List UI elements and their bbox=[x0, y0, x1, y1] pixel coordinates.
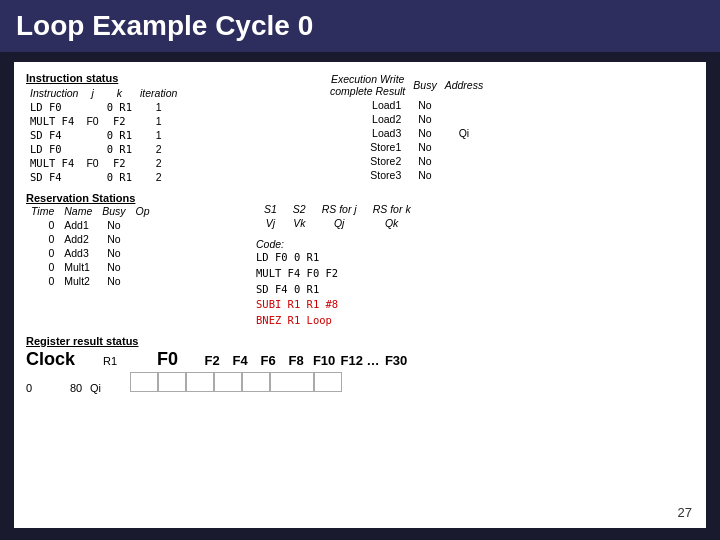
instr-row: MULT F4 F0 F2 2 bbox=[26, 156, 181, 170]
exec-row: Store2 No bbox=[326, 154, 487, 168]
rs-time: 0 bbox=[26, 218, 59, 232]
col-name: Name bbox=[59, 204, 97, 218]
f0-label: F0 bbox=[157, 349, 178, 370]
exec-busy: No bbox=[409, 140, 440, 154]
rs-op bbox=[131, 246, 155, 260]
instr-k: 0 R1 bbox=[103, 128, 136, 142]
exec-unit-name: Load1 bbox=[326, 98, 409, 112]
rs-busy: No bbox=[97, 218, 130, 232]
code-line: BNEZ R1 Loop bbox=[256, 313, 694, 329]
instr-k: 0 R1 bbox=[103, 170, 136, 184]
r1-label: R1 bbox=[103, 355, 117, 367]
code-line: SD F4 0 R1 bbox=[256, 282, 694, 298]
rs-op bbox=[131, 232, 155, 246]
instr-row: LD F0 0 R1 1 bbox=[26, 100, 181, 114]
s1s2-col-header: S1 bbox=[256, 202, 285, 216]
rs-busy: No bbox=[97, 246, 130, 260]
s1s2-col-header: RS for k bbox=[365, 202, 419, 216]
main-content: Instruction status Instruction j k itera… bbox=[14, 62, 706, 528]
instr-j bbox=[82, 142, 102, 156]
code-line: SUBI R1 R1 #8 bbox=[256, 297, 694, 313]
s1s2-col-value: Vj bbox=[256, 216, 285, 230]
exec-unit-name: Load3 bbox=[326, 126, 409, 140]
rs-busy: No bbox=[97, 260, 130, 274]
title-bar: Loop Example Cycle 0 bbox=[0, 0, 720, 52]
instr-iter: 2 bbox=[136, 170, 181, 184]
instr-j bbox=[82, 170, 102, 184]
rs-row: 0 Add1 No bbox=[26, 218, 155, 232]
col-rs-busy: Busy bbox=[97, 204, 130, 218]
instr-iter: 1 bbox=[136, 128, 181, 142]
col-instruction: Instruction bbox=[26, 86, 82, 100]
instr-row: MULT F4 F0 F2 1 bbox=[26, 114, 181, 128]
exec-row: Store1 No bbox=[326, 140, 487, 154]
rs-time: 0 bbox=[26, 246, 59, 260]
rs-op bbox=[131, 218, 155, 232]
exec-row: Load1 No bbox=[326, 98, 487, 112]
instr-k: F2 bbox=[103, 114, 136, 128]
reg-label: F8 bbox=[282, 353, 310, 368]
rs-op bbox=[131, 274, 155, 288]
exec-row: Load2 No bbox=[326, 112, 487, 126]
rs-row: 0 Mult1 No bbox=[26, 260, 155, 274]
instr-row: SD F4 0 R1 2 bbox=[26, 170, 181, 184]
rs-time: 0 bbox=[26, 260, 59, 274]
rs-name: Add2 bbox=[59, 232, 97, 246]
col-exec-complete: Execution Writecomplete Result bbox=[326, 72, 409, 98]
exec-address bbox=[441, 154, 488, 168]
rs-op bbox=[131, 260, 155, 274]
reg-box bbox=[158, 372, 186, 392]
clock-value: 0 bbox=[26, 382, 66, 394]
exec-busy: No bbox=[409, 98, 440, 112]
instr-k: F2 bbox=[103, 156, 136, 170]
instr-k: 0 R1 bbox=[103, 142, 136, 156]
rs-name: Add1 bbox=[59, 218, 97, 232]
exec-busy: No bbox=[409, 112, 440, 126]
reg-label: F4 bbox=[226, 353, 254, 368]
reg-label: F6 bbox=[254, 353, 282, 368]
exec-unit-name: Store2 bbox=[326, 154, 409, 168]
rs-busy: No bbox=[97, 274, 130, 288]
instr-name: SD F4 bbox=[26, 128, 82, 142]
s1s2-col-header: S2 bbox=[285, 202, 314, 216]
reservation-stations-label: Reservation Stations bbox=[26, 192, 246, 204]
rs-row: 0 Mult2 No bbox=[26, 274, 155, 288]
instruction-status-label: Instruction status bbox=[26, 72, 326, 84]
col-j: j bbox=[82, 86, 102, 100]
rs-name: Mult2 bbox=[59, 274, 97, 288]
instr-iter: 1 bbox=[136, 114, 181, 128]
instr-name: MULT F4 bbox=[26, 114, 82, 128]
s1s2-col-header: RS for j bbox=[314, 202, 365, 216]
reg-box bbox=[314, 372, 342, 392]
col-k: k bbox=[103, 86, 136, 100]
col-time: Time bbox=[26, 204, 59, 218]
reg-box bbox=[130, 372, 158, 392]
instr-iter: 2 bbox=[136, 156, 181, 170]
instr-iter: 1 bbox=[136, 100, 181, 114]
instr-j bbox=[82, 100, 102, 114]
exec-row: Load3 No Qi bbox=[326, 126, 487, 140]
instr-name: SD F4 bbox=[26, 170, 82, 184]
exec-address: Qi bbox=[441, 126, 488, 140]
instr-k: 0 R1 bbox=[103, 100, 136, 114]
page-number: 27 bbox=[678, 505, 692, 520]
exec-busy: No bbox=[409, 154, 440, 168]
code-label: Code: bbox=[256, 238, 284, 250]
reg-label: F30 bbox=[382, 353, 410, 368]
col-iteration: iteration bbox=[136, 86, 181, 100]
instr-name: MULT F4 bbox=[26, 156, 82, 170]
rs-time: 0 bbox=[26, 274, 59, 288]
instr-row: SD F4 0 R1 1 bbox=[26, 128, 181, 142]
exec-busy: No bbox=[409, 168, 440, 182]
exec-unit-name: Store3 bbox=[326, 168, 409, 182]
exec-row: Store3 No bbox=[326, 168, 487, 182]
reg-box bbox=[186, 372, 214, 392]
reg-box bbox=[214, 372, 242, 392]
r1-qi: Qi bbox=[90, 382, 110, 394]
rs-row: 0 Add2 No bbox=[26, 232, 155, 246]
col-op: Op bbox=[131, 204, 155, 218]
s1s2-col-value: Qj bbox=[314, 216, 365, 230]
instr-name: LD F0 bbox=[26, 142, 82, 156]
clock-label: Clock bbox=[26, 349, 75, 370]
reg-box bbox=[270, 372, 314, 392]
